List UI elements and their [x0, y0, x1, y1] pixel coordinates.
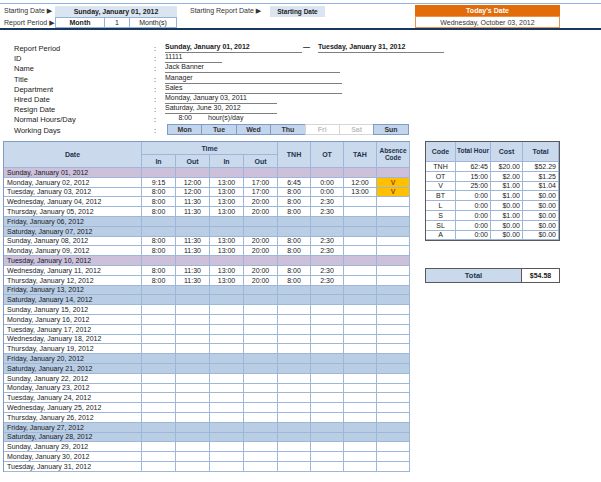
timesheet-cell-absence[interactable]	[377, 344, 410, 354]
summary-total-cell[interactable]: $0.00	[523, 191, 559, 201]
timesheet-cell-out1[interactable]	[176, 393, 210, 403]
timesheet-cell-out2[interactable]	[244, 413, 278, 423]
timesheet-cell-absence[interactable]	[377, 462, 410, 472]
timesheet-cell-absence[interactable]	[377, 305, 410, 315]
timesheet-cell-tah[interactable]	[344, 344, 377, 354]
resign-date-field[interactable]: Saturday, June 30, 2012	[165, 104, 277, 114]
timesheet-cell-tnh[interactable]	[278, 335, 311, 345]
timesheet-cell-ot[interactable]	[311, 286, 344, 296]
timesheet-cell-ot[interactable]	[311, 344, 344, 354]
timesheet-cell-ot[interactable]	[311, 374, 344, 384]
timesheet-cell-in2[interactable]	[210, 286, 244, 296]
timesheet-cell-absence[interactable]	[377, 246, 410, 256]
timesheet-cell-out2[interactable]	[244, 295, 278, 305]
timesheet-cell-out1[interactable]	[176, 256, 210, 266]
timesheet-cell-tah[interactable]	[344, 315, 377, 325]
timesheet-cell-absence[interactable]	[377, 335, 410, 345]
summary-hours-cell[interactable]: 25:00	[456, 182, 491, 192]
timesheet-cell-ot[interactable]	[311, 325, 344, 335]
timesheet-cell-tah[interactable]	[344, 246, 377, 256]
summary-total-cell[interactable]: $0.00	[523, 221, 559, 231]
timesheet-cell-absence[interactable]	[377, 384, 410, 394]
timesheet-cell-in2[interactable]: 13:00	[210, 237, 244, 247]
timesheet-cell-tah[interactable]	[344, 393, 377, 403]
timesheet-cell-in1[interactable]	[142, 315, 176, 325]
timesheet-cell-in1[interactable]	[142, 364, 176, 374]
timesheet-cell-tah[interactable]	[344, 325, 377, 335]
timesheet-cell-absence[interactable]	[377, 227, 410, 237]
summary-cost-cell[interactable]: $0.00	[491, 201, 523, 211]
working-day-thu[interactable]: Thu	[270, 124, 305, 135]
working-day-fri[interactable]: Fri	[305, 124, 340, 135]
timesheet-date-cell[interactable]: Monday, January 30, 2012	[4, 452, 142, 462]
timesheet-cell-in2[interactable]	[210, 217, 244, 227]
summary-cost-cell[interactable]: $1.00	[491, 182, 523, 192]
timesheet-cell-out1[interactable]	[176, 354, 210, 364]
timesheet-date-cell[interactable]: Monday, January 02, 2012	[4, 178, 142, 188]
timesheet-cell-out2[interactable]	[244, 364, 278, 374]
timesheet-cell-in2[interactable]: 13:00	[210, 197, 244, 207]
timesheet-cell-in2[interactable]	[210, 393, 244, 403]
timesheet-cell-tnh[interactable]	[278, 325, 311, 335]
summary-hours-cell[interactable]: 0:00	[456, 211, 491, 221]
summary-code-cell[interactable]: SL	[426, 221, 456, 231]
timesheet-date-cell[interactable]: Wednesday, January 18, 2012	[4, 335, 142, 345]
timesheet-cell-in1[interactable]: 8:00	[142, 266, 176, 276]
timesheet-date-cell[interactable]: Wednesday, January 04, 2012	[4, 197, 142, 207]
timesheet-cell-absence[interactable]	[377, 374, 410, 384]
timesheet-cell-out1[interactable]: 12:00	[176, 178, 210, 188]
timesheet-cell-tah[interactable]	[344, 413, 377, 423]
timesheet-cell-ot[interactable]	[311, 462, 344, 472]
timesheet-cell-absence[interactable]	[377, 423, 410, 433]
timesheet-cell-in1[interactable]: 8:00	[142, 276, 176, 286]
timesheet-cell-tnh[interactable]: 8:00	[278, 246, 311, 256]
timesheet-cell-in1[interactable]	[142, 442, 176, 452]
timesheet-cell-out1[interactable]	[176, 325, 210, 335]
timesheet-cell-in2[interactable]: 13:00	[210, 246, 244, 256]
timesheet-cell-absence[interactable]	[377, 393, 410, 403]
report-period-from[interactable]: Sunday, January 01, 2012	[165, 43, 302, 53]
timesheet-cell-out1[interactable]	[176, 442, 210, 452]
timesheet-cell-out1[interactable]	[176, 433, 210, 443]
timesheet-cell-out2[interactable]	[244, 325, 278, 335]
timesheet-cell-in1[interactable]	[142, 256, 176, 266]
timesheet-cell-in2[interactable]	[210, 423, 244, 433]
timesheet-cell-in1[interactable]	[142, 452, 176, 462]
working-day-sun[interactable]: Sun	[373, 124, 408, 135]
timesheet-cell-ot[interactable]	[311, 384, 344, 394]
timesheet-date-cell[interactable]: Saturday, January 07, 2012	[4, 227, 142, 237]
timesheet-cell-in2[interactable]	[210, 335, 244, 345]
timesheet-cell-tah[interactable]	[344, 423, 377, 433]
timesheet-date-cell[interactable]: Monday, January 09, 2012	[4, 246, 142, 256]
timesheet-cell-in1[interactable]	[142, 227, 176, 237]
title-field[interactable]: Manager	[165, 74, 342, 84]
timesheet-cell-in2[interactable]	[210, 452, 244, 462]
timesheet-cell-ot[interactable]	[311, 295, 344, 305]
timesheet-cell-out1[interactable]	[176, 227, 210, 237]
timesheet-cell-in1[interactable]: 8:00	[142, 246, 176, 256]
timesheet-cell-out2[interactable]: 20:00	[244, 237, 278, 247]
timesheet-cell-tah[interactable]	[344, 452, 377, 462]
timesheet-cell-in2[interactable]	[210, 374, 244, 384]
timesheet-cell-in2[interactable]: 13:00	[210, 266, 244, 276]
timesheet-cell-ot[interactable]: 2:30	[311, 246, 344, 256]
timesheet-date-cell[interactable]: Tuesday, January 24, 2012	[4, 393, 142, 403]
timesheet-cell-out1[interactable]: 11:30	[176, 207, 210, 217]
timesheet-date-cell[interactable]: Sunday, January 22, 2012	[4, 374, 142, 384]
timesheet-date-cell[interactable]: Saturday, January 28, 2012	[4, 433, 142, 443]
summary-code-cell[interactable]: TNH	[426, 162, 456, 172]
summary-total-cell[interactable]: $1.04	[523, 182, 559, 192]
timesheet-date-cell[interactable]: Wednesday, January 25, 2012	[4, 403, 142, 413]
timesheet-cell-absence[interactable]	[377, 237, 410, 247]
timesheet-cell-ot[interactable]	[311, 403, 344, 413]
timesheet-cell-in1[interactable]	[142, 344, 176, 354]
timesheet-cell-out1[interactable]	[176, 168, 210, 178]
timesheet-cell-tnh[interactable]: 8:00	[278, 266, 311, 276]
timesheet-cell-absence[interactable]: V	[377, 188, 410, 198]
timesheet-date-cell[interactable]: Saturday, January 14, 2012	[4, 295, 142, 305]
summary-code-cell[interactable]: V	[426, 182, 456, 192]
timesheet-cell-in1[interactable]	[142, 413, 176, 423]
timesheet-cell-ot[interactable]	[311, 433, 344, 443]
timesheet-cell-out1[interactable]	[176, 413, 210, 423]
timesheet-cell-out2[interactable]: 20:00	[244, 266, 278, 276]
